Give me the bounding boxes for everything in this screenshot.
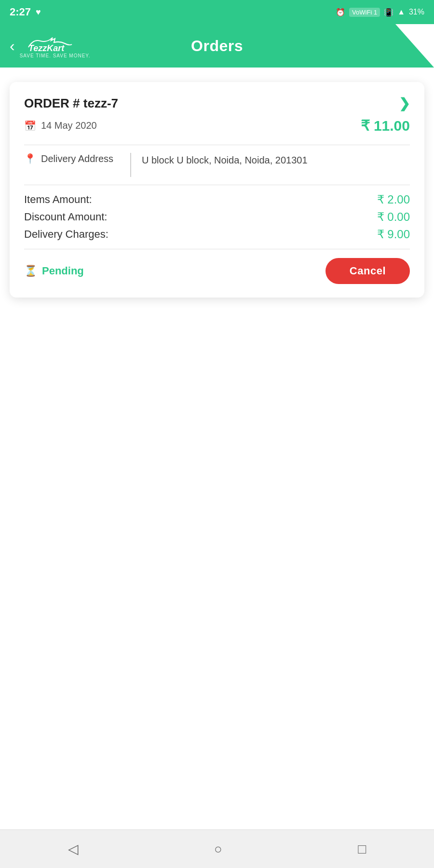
- divider-2: [24, 185, 410, 185]
- order-card: ORDER # tezz-7 ❯ 📅 14 May 2020 ₹ 11.00 📍…: [10, 82, 424, 298]
- vibrate-icon: 📳: [384, 8, 393, 17]
- delivery-row: 📍 Delivery Address U block U block, Noid…: [24, 153, 410, 177]
- bottom-nav: ◁ ○ □: [0, 829, 434, 868]
- pending-status-area: ⏳ Pending: [24, 265, 84, 277]
- hourglass-icon: ⏳: [24, 265, 37, 277]
- order-header-row: ORDER # tezz-7 ❯: [24, 95, 410, 111]
- status-bar-left: 2:27 ♥: [10, 6, 41, 18]
- delivery-address: U block U block, Noida, Noida, 201301: [142, 153, 308, 167]
- date-amount-row: 📅 14 May 2020 ₹ 11.00: [24, 117, 410, 134]
- order-detail-chevron[interactable]: ❯: [399, 95, 410, 111]
- alarm-icon: ⏰: [336, 8, 345, 17]
- order-number: ORDER # tezz-7: [24, 96, 118, 111]
- svg-text:TezzKart: TezzKart: [28, 43, 65, 53]
- date-area: 📅 14 May 2020: [24, 120, 97, 132]
- discount-amount-value: ₹ 0.00: [377, 210, 410, 224]
- back-button[interactable]: ‹: [10, 37, 15, 55]
- home-nav-button[interactable]: ○: [214, 841, 222, 857]
- calendar-icon: 📅: [24, 120, 36, 132]
- status-label: Pending: [42, 265, 84, 277]
- delivery-charges-row: Delivery Charges: ₹ 9.00: [24, 228, 410, 241]
- status-bar-right: ⏰ VoWiFi 1 📳 ▲ 31%: [336, 8, 424, 17]
- logo-text: TezzKart: [26, 34, 84, 53]
- divider-1: [24, 145, 410, 145]
- page-title: Orders: [191, 37, 243, 55]
- discount-amount-label: Discount Amount:: [24, 211, 107, 223]
- total-amount: ₹ 11.00: [361, 117, 410, 134]
- delivery-charges-label: Delivery Charges:: [24, 228, 108, 241]
- items-amount-value: ₹ 2.00: [377, 193, 410, 206]
- battery-display: 31%: [409, 8, 424, 16]
- logo-area: TezzKart SAVE TIME. SAVE MONEY.: [20, 34, 91, 58]
- app-header: ‹ TezzKart SAVE TIME. SAVE MONEY. Orders: [0, 24, 434, 68]
- delivery-label: Delivery Address: [41, 153, 113, 164]
- card-footer-row: ⏳ Pending Cancel: [24, 258, 410, 284]
- logo-tagline: SAVE TIME. SAVE MONEY.: [20, 53, 91, 58]
- delivery-charges-value: ₹ 9.00: [377, 228, 410, 241]
- wifi-label: VoWiFi 1: [349, 8, 380, 17]
- delivery-label-area: 📍 Delivery Address: [24, 153, 130, 164]
- pin-icon: 📍: [24, 153, 36, 164]
- time-display: 2:27: [10, 6, 31, 18]
- status-bar: 2:27 ♥ ⏰ VoWiFi 1 📳 ▲ 31%: [0, 0, 434, 24]
- recents-nav-button[interactable]: □: [358, 841, 366, 857]
- items-amount-row: Items Amount: ₹ 2.00: [24, 193, 410, 206]
- amounts-section: Items Amount: ₹ 2.00 Discount Amount: ₹ …: [24, 193, 410, 241]
- delivery-vertical-divider: [130, 153, 131, 177]
- main-content: ORDER # tezz-7 ❯ 📅 14 May 2020 ₹ 11.00 📍…: [0, 68, 434, 829]
- back-nav-button[interactable]: ◁: [68, 841, 79, 857]
- order-date: 14 May 2020: [41, 120, 97, 131]
- discount-amount-row: Discount Amount: ₹ 0.00: [24, 210, 410, 224]
- cancel-button[interactable]: Cancel: [326, 258, 410, 284]
- signal-icon: ▲: [397, 8, 405, 16]
- items-amount-label: Items Amount:: [24, 193, 92, 206]
- divider-3: [24, 249, 410, 249]
- heart-icon: ♥: [36, 7, 41, 17]
